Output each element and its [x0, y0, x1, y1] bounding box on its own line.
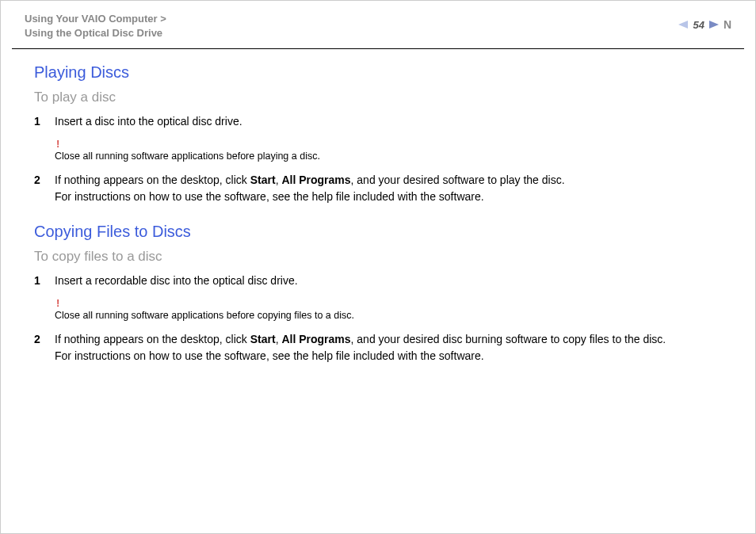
sub-heading-play: To play a disc	[34, 90, 722, 105]
step2-text-post: , and your desired disc burning software…	[351, 333, 666, 345]
warning-icon: !	[56, 297, 722, 309]
nav-n-icon[interactable]: N	[724, 18, 731, 31]
page-number: 54	[693, 19, 704, 31]
note-text: Close all running software applications …	[55, 151, 320, 162]
allprograms-label: All Programs	[281, 333, 350, 345]
play-note: ! Close all running software application…	[55, 138, 722, 162]
step2-line2: For instructions on how to use the softw…	[55, 349, 484, 362]
step-text: Insert a recordable disc into the optica…	[55, 273, 722, 289]
step2-text-pre: If nothing appears on the desktop, click	[55, 333, 250, 345]
page-navigation: 54 N	[677, 18, 731, 31]
step-number: 1	[34, 273, 55, 289]
svg-marker-0	[678, 21, 688, 29]
svg-marker-1	[709, 21, 719, 29]
section-heading-copying: Copying Files to Discs	[34, 223, 722, 241]
start-label: Start	[250, 174, 276, 186]
copy-note: ! Close all running software application…	[55, 297, 722, 322]
page-header: Using Your VAIO Computer > Using the Opt…	[1, 1, 755, 48]
next-page-arrow-icon[interactable]	[709, 20, 720, 29]
step-number: 2	[34, 331, 55, 364]
page-content: Playing Discs To play a disc 1 Insert a …	[1, 49, 755, 388]
sub-heading-copy: To copy files to a disc	[34, 249, 722, 265]
breadcrumb-line2[interactable]: Using the Optical Disc Drive	[25, 26, 166, 40]
step-text: If nothing appears on the desktop, click…	[55, 172, 722, 205]
note-text: Close all running software applications …	[55, 310, 354, 321]
prev-page-arrow-icon[interactable]	[677, 20, 688, 29]
section-heading-playing: Playing Discs	[34, 63, 722, 82]
step-text: If nothing appears on the desktop, click…	[55, 331, 722, 364]
warning-icon: !	[56, 138, 722, 150]
copy-step-1: 1 Insert a recordable disc into the opti…	[34, 273, 722, 289]
copy-step-2: 2 If nothing appears on the desktop, cli…	[34, 331, 722, 364]
step-number: 2	[34, 172, 55, 205]
breadcrumb: Using Your VAIO Computer > Using the Opt…	[25, 12, 166, 40]
start-label: Start	[250, 333, 276, 345]
play-step-1: 1 Insert a disc into the optical disc dr…	[34, 113, 722, 130]
step2-text-post: , and your desired software to play the …	[351, 174, 565, 186]
step2-text-pre: If nothing appears on the desktop, click	[55, 174, 250, 186]
breadcrumb-line1[interactable]: Using Your VAIO Computer >	[25, 12, 166, 26]
allprograms-label: All Programs	[281, 174, 350, 186]
step-number: 1	[34, 113, 55, 130]
step-text: Insert a disc into the optical disc driv…	[55, 113, 722, 130]
step2-line2: For instructions on how to use the softw…	[55, 190, 484, 203]
play-step-2: 2 If nothing appears on the desktop, cli…	[34, 172, 722, 205]
